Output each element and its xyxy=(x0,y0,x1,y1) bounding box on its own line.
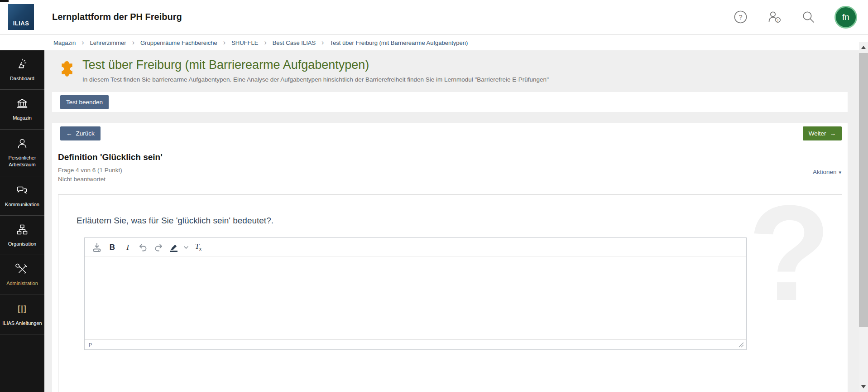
italic-button[interactable]: I xyxy=(121,241,134,254)
breadcrumb-separator-icon: › xyxy=(82,39,84,46)
save-icon[interactable] xyxy=(90,241,104,254)
communication-icon xyxy=(15,184,29,197)
question-title: Definition 'Glücklich sein' xyxy=(58,152,848,162)
dashboard-icon xyxy=(15,58,29,71)
sidebar-item-dashboard[interactable]: Dashboard xyxy=(0,50,44,90)
breadcrumb-separator-icon: › xyxy=(132,39,134,46)
breadcrumb-separator-icon: › xyxy=(223,39,225,46)
header-icon-group: ? ! fn xyxy=(734,6,857,29)
main-content: Test über Freiburg (mit Barrierearme Auf… xyxy=(44,50,868,392)
question-nav-row: ← Zurück Weiter → xyxy=(52,126,848,140)
ilias-logo[interactable]: ILIAS xyxy=(8,4,34,30)
editor-resize-handle[interactable] xyxy=(739,342,744,348)
sidebar-label: Persönlicher Arbeitsraum xyxy=(1,155,43,169)
scroll-up-arrow[interactable] xyxy=(861,46,866,49)
sidebar-label: Kommunikation xyxy=(5,201,39,208)
question-card: ? Erläutern Sie, was für Sie 'glücklich … xyxy=(58,194,842,392)
organisation-icon xyxy=(15,223,29,237)
help-icon[interactable]: ? xyxy=(734,10,748,24)
end-test-button[interactable]: Test beenden xyxy=(60,95,109,109)
sidebar-item-organisation[interactable]: Organisation xyxy=(0,216,44,255)
next-question-button[interactable]: Weiter → xyxy=(803,126,842,140)
caret-down-icon: ▾ xyxy=(839,169,841,175)
sidebar-label: Dashboard xyxy=(10,75,34,82)
breadcrumb-item-gruppenraeume[interactable]: Gruppenräume Fachbereiche xyxy=(140,39,217,46)
breadcrumb-item-magazin[interactable]: Magazin xyxy=(53,39,76,46)
sidebar-item-ilias-anleitungen[interactable]: [|] ILIAS Anleitungen xyxy=(0,295,44,334)
breadcrumb-item-shuffle[interactable]: SHUFFLE xyxy=(231,39,258,46)
sidebar-item-kommunikation[interactable]: Kommunikation xyxy=(0,176,44,216)
breadcrumb-item-current-test[interactable]: Test über Freiburg (mit Barrierearme Auf… xyxy=(330,39,468,46)
question-header: Definition 'Glücklich sein' Frage 4 von … xyxy=(52,152,848,183)
actions-dropdown[interactable]: Aktionen▾ xyxy=(813,169,841,175)
question-section: ← Zurück Weiter → Definition 'Glücklich … xyxy=(52,123,848,392)
top-left-bar xyxy=(0,0,9,2)
test-puzzle-icon xyxy=(58,60,76,78)
sidebar-label: Administration xyxy=(6,280,38,287)
next-arrow-icon: → xyxy=(830,130,836,137)
main-header: ILIAS Lernplattform der PH Freiburg ? ! xyxy=(0,0,868,34)
bold-button[interactable]: B xyxy=(106,241,119,254)
sidebar-item-administration[interactable]: Administration xyxy=(0,255,44,295)
breadcrumb-separator-icon: › xyxy=(321,39,324,46)
sidebar-label: ILIAS Anleitungen xyxy=(2,320,42,327)
highlight-icon[interactable] xyxy=(167,241,181,254)
breadcrumb-item-lehrerzimmer[interactable]: Lehrerzimmer xyxy=(90,39,126,46)
sidebar-label: Organisation xyxy=(8,241,36,247)
rich-text-editor: B I xyxy=(84,237,747,350)
question-status: Nicht beantwortet xyxy=(58,176,848,183)
app-title: Lernplattform der PH Freiburg xyxy=(52,12,182,22)
back-arrow-icon: ← xyxy=(66,130,72,137)
main-sidebar: Dashboard Magazin Persönlicher Arbeitsra… xyxy=(0,50,44,392)
sidebar-label: Magazin xyxy=(13,115,32,121)
paragraph-indicator: P xyxy=(89,342,92,348)
question-progress: Frage 4 von 6 (1 Punkt) xyxy=(58,167,848,174)
page-layout: Dashboard Magazin Persönlicher Arbeitsra… xyxy=(0,50,868,392)
object-title-section: Test über Freiburg (mit Barrierearme Auf… xyxy=(52,58,848,83)
breadcrumb-separator-icon: › xyxy=(264,39,266,46)
redo-icon[interactable] xyxy=(152,241,165,254)
personal-workspace-icon xyxy=(15,137,29,150)
scroll-down-arrow[interactable] xyxy=(861,385,866,388)
sidebar-filler xyxy=(0,334,44,392)
clear-format-icon[interactable]: Tx xyxy=(192,241,205,254)
repository-icon xyxy=(15,97,29,111)
breadcrumb: Magazin › Lehrerzimmer › Gruppenräume Fa… xyxy=(0,35,868,50)
page-title: Test über Freiburg (mit Barrierearme Auf… xyxy=(82,58,549,72)
highlight-dropdown-icon[interactable] xyxy=(182,241,190,254)
administration-icon xyxy=(15,262,29,276)
search-icon[interactable] xyxy=(801,10,815,24)
test-toolbar: Test beenden xyxy=(52,92,848,112)
editor-toolbar: B I xyxy=(85,238,746,257)
manual-brackets-icon: [|] xyxy=(18,302,27,316)
question-watermark: ? xyxy=(748,194,831,321)
page-description: In diesem Test finden Sie barrierearme A… xyxy=(82,76,549,83)
online-badge-glyph: ! xyxy=(777,18,779,23)
avatar-initials: fn xyxy=(842,12,849,22)
sidebar-item-persoenlicher-arbeitsraum[interactable]: Persönlicher Arbeitsraum xyxy=(0,130,44,176)
user-avatar[interactable]: fn xyxy=(834,6,857,29)
previous-question-button[interactable]: ← Zurück xyxy=(60,126,101,140)
who-is-online-icon[interactable]: ! xyxy=(767,10,782,24)
sidebar-item-magazin[interactable]: Magazin xyxy=(0,90,44,129)
help-question-glyph: ? xyxy=(739,13,742,21)
question-prompt: Erläutern Sie, was für Sie 'glücklich se… xyxy=(77,216,842,226)
undo-icon[interactable] xyxy=(136,241,150,254)
editor-content-area[interactable] xyxy=(85,257,746,339)
editor-status-bar: P xyxy=(85,339,746,349)
scrollbar-thumb[interactable] xyxy=(859,53,868,327)
vertical-scrollbar xyxy=(859,42,868,392)
ilias-logo-label: ILIAS xyxy=(13,20,29,27)
breadcrumb-item-best-case[interactable]: Best Case ILIAS xyxy=(273,39,316,46)
